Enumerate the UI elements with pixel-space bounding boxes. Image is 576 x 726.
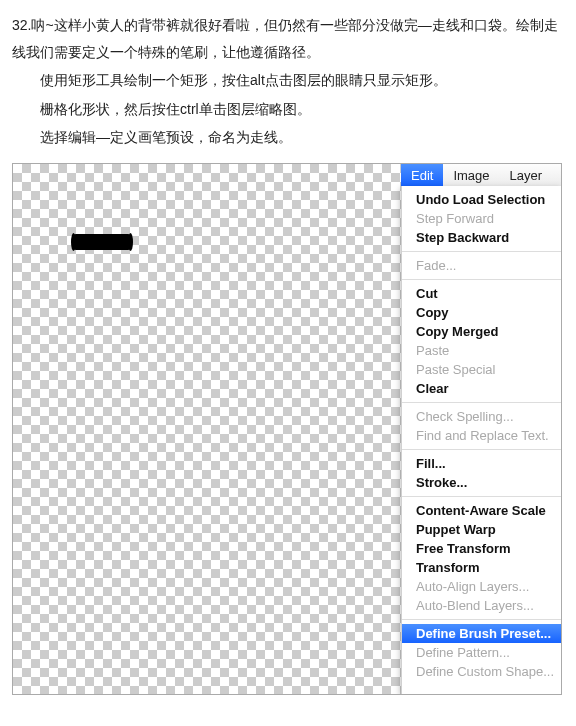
menu-fill[interactable]: Fill...	[402, 454, 561, 473]
menu-find-replace: Find and Replace Text.	[402, 426, 561, 445]
menubar-layer[interactable]: Layer	[500, 164, 553, 186]
menu-separator	[402, 496, 561, 497]
menu-copy-merged[interactable]: Copy Merged	[402, 322, 561, 341]
menu-separator	[402, 402, 561, 403]
menu-copy[interactable]: Copy	[402, 303, 561, 322]
menu-separator	[402, 279, 561, 280]
article-text: 32.呐~这样小黄人的背带裤就很好看啦，但仍然有一些部分没做完—走线和口袋。绘制…	[12, 12, 564, 151]
menu-clear[interactable]: Clear	[402, 379, 561, 398]
menu-step-backward[interactable]: Step Backward	[402, 228, 561, 247]
menubar-select[interactable]: S	[552, 164, 562, 186]
menu-check-spelling: Check Spelling...	[402, 407, 561, 426]
paragraph-2: 使用矩形工具绘制一个矩形，按住alt点击图层的眼睛只显示矩形。	[12, 67, 564, 94]
menu-auto-blend: Auto-Blend Layers...	[402, 596, 561, 615]
menu-separator	[402, 619, 561, 620]
brush-stroke-shape	[73, 234, 131, 250]
paragraph-4: 选择编辑—定义画笔预设，命名为走线。	[12, 124, 564, 151]
menu-paste: Paste	[402, 341, 561, 360]
menu-paste-special: Paste Special	[402, 360, 561, 379]
paragraph-3: 栅格化形状，然后按住ctrl单击图层缩略图。	[12, 96, 564, 123]
menu-undo[interactable]: Undo Load Selection	[402, 190, 561, 209]
menu-transform[interactable]: Transform	[402, 558, 561, 577]
menu-content-aware[interactable]: Content-Aware Scale	[402, 501, 561, 520]
paragraph-1: 32.呐~这样小黄人的背带裤就很好看啦，但仍然有一些部分没做完—走线和口袋。绘制…	[12, 12, 564, 65]
edit-menu-dropdown: Undo Load Selection Step Forward Step Ba…	[401, 186, 561, 694]
menu-define-brush-preset[interactable]: Define Brush Preset...	[402, 624, 561, 643]
menu-cut[interactable]: Cut	[402, 284, 561, 303]
menubar-image[interactable]: Image	[443, 164, 499, 186]
menubar-edit[interactable]: Edit	[401, 164, 443, 186]
menu-step-forward: Step Forward	[402, 209, 561, 228]
menu-separator	[402, 251, 561, 252]
menu-puppet-warp[interactable]: Puppet Warp	[402, 520, 561, 539]
menu-stroke[interactable]: Stroke...	[402, 473, 561, 492]
menu-define-custom-shape: Define Custom Shape...	[402, 662, 561, 681]
menu-free-transform[interactable]: Free Transform	[402, 539, 561, 558]
menu-define-pattern: Define Pattern...	[402, 643, 561, 662]
menu-auto-align: Auto-Align Layers...	[402, 577, 561, 596]
menu-separator	[402, 449, 561, 450]
menu-fade: Fade...	[402, 256, 561, 275]
app-menubar: Edit Image Layer S	[401, 164, 561, 187]
photoshop-screenshot: Edit Image Layer S Undo Load Selection S…	[12, 163, 562, 695]
